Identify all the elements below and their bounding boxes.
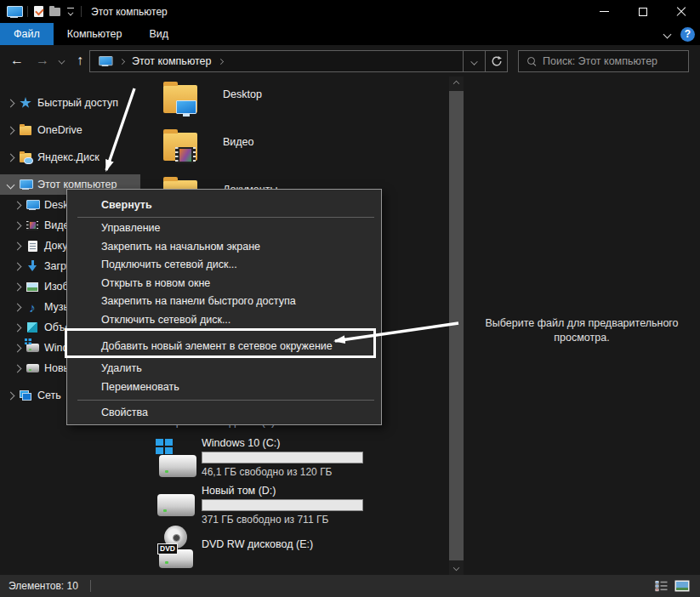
- window-title: Этот компьютер: [91, 6, 168, 18]
- annotation-highlight-box: [65, 328, 376, 358]
- refresh-icon: [491, 55, 503, 67]
- breadcrumb-item[interactable]: Этот компьютер: [132, 55, 211, 67]
- expander-chevron-icon[interactable]: [5, 100, 15, 106]
- minimize-icon: [600, 11, 609, 13]
- items-count-label: Элементов: 10: [0, 580, 78, 592]
- title-bar: Этот компьютер: [0, 0, 700, 23]
- drive-name: Новый том (D:): [202, 485, 276, 497]
- qat-properties-icon[interactable]: [34, 6, 43, 17]
- menu-item-delete[interactable]: Удалить: [67, 360, 381, 378]
- search-box[interactable]: [518, 50, 689, 72]
- expander-chevron-icon[interactable]: [12, 264, 22, 270]
- qat-new-folder-icon[interactable]: [49, 8, 60, 16]
- hdd-windows-icon: [159, 455, 196, 477]
- expander-chevron-icon[interactable]: [12, 345, 22, 351]
- capacity-bar: [202, 499, 363, 511]
- computer-icon: [19, 178, 32, 191]
- menu-item-properties[interactable]: Свойства: [67, 404, 381, 423]
- sidebar-item-quick-access[interactable]: Быстрый доступ: [0, 93, 140, 113]
- explorer-window: Этот компьютер Файл Компьютер Вид ? ← → …: [0, 0, 700, 597]
- drive-windows-icon: [26, 341, 39, 355]
- sidebar-item-onedrive[interactable]: OneDrive: [0, 120, 140, 140]
- picture-icon: [26, 280, 39, 293]
- expander-chevron-icon[interactable]: [12, 366, 22, 372]
- video-icon: [26, 219, 39, 232]
- app-icon: [7, 6, 21, 18]
- search-icon: [527, 57, 536, 65]
- thumbnail-view-button[interactable]: [674, 580, 690, 592]
- breadcrumb-chevron-icon[interactable]: [119, 59, 125, 65]
- expander-chevron-icon[interactable]: [5, 182, 15, 188]
- folder-icon: [19, 123, 32, 137]
- expander-chevron-icon[interactable]: [12, 202, 22, 208]
- menu-item-rename[interactable]: Переименовать: [67, 378, 381, 397]
- breadcrumb-chevron-icon[interactable]: [219, 59, 225, 65]
- windows-logo-icon: [156, 439, 173, 454]
- ribbon-tab-bar: Файл Компьютер Вид ?: [0, 23, 700, 45]
- minimize-button[interactable]: [585, 0, 623, 23]
- menu-separator: [77, 400, 374, 401]
- free-space-label: 46,1 ГБ свободно из 120 ГБ: [202, 466, 333, 478]
- expander-chevron-icon[interactable]: [5, 128, 15, 134]
- scroll-down-button[interactable]: [449, 560, 464, 575]
- tab-computer[interactable]: Компьютер: [54, 23, 136, 45]
- file-item-videos[interactable]: Видео: [162, 130, 417, 171]
- vertical-scrollbar[interactable]: [449, 77, 464, 575]
- menu-item-manage[interactable]: Управление: [67, 219, 381, 238]
- up-button[interactable]: ↑: [70, 49, 90, 71]
- menu-item-disconnect-network-drive[interactable]: Отключить сетевой диск...: [67, 311, 381, 330]
- quick-access-star-icon: [19, 96, 32, 110]
- cube-3d-icon: [26, 321, 39, 334]
- file-name: Desktop: [223, 88, 262, 100]
- drive-icon: [26, 361, 39, 375]
- capacity-bar: [202, 452, 363, 463]
- breadcrumb-computer-icon: [99, 56, 111, 66]
- help-button[interactable]: ?: [680, 27, 695, 42]
- expander-chevron-icon[interactable]: [12, 243, 22, 249]
- folder-video-icon: [162, 130, 199, 168]
- sidebar-item-label: OneDrive: [37, 124, 83, 136]
- file-name: Видео: [223, 136, 254, 148]
- expander-chevron-icon[interactable]: [5, 393, 15, 399]
- menu-item-collapse[interactable]: Свернуть: [67, 196, 381, 215]
- navigation-toolbar: ← → ↑ Этот компьютер: [0, 45, 700, 77]
- expander-chevron-icon[interactable]: [12, 284, 22, 290]
- recent-locations-chevron-icon[interactable]: [54, 49, 68, 71]
- expander-chevron-icon[interactable]: [12, 325, 22, 331]
- close-button[interactable]: [662, 0, 700, 23]
- folder-cloud-icon: [19, 151, 32, 164]
- music-note-icon: ♪: [26, 300, 39, 314]
- free-space-label: 371 ГБ свободно из 711 ГБ: [202, 514, 328, 526]
- menu-item-pin-to-quick-access[interactable]: Закрепить на панели быстрого доступа: [67, 293, 381, 311]
- maximize-icon: [639, 8, 647, 16]
- menu-item-open-in-new-window[interactable]: Открыть в новом окне: [67, 275, 381, 293]
- forward-button[interactable]: →: [32, 49, 53, 71]
- back-button[interactable]: ←: [7, 49, 27, 71]
- network-icon: [19, 389, 32, 402]
- address-history-chevron-icon[interactable]: [463, 51, 485, 71]
- context-menu: Свернуть Управление Закрепить на начальн…: [66, 189, 382, 425]
- tab-view[interactable]: Вид: [135, 23, 182, 45]
- search-input[interactable]: [543, 55, 688, 67]
- menu-item-map-network-drive[interactable]: Подключить сетевой диск...: [67, 256, 381, 275]
- tab-file[interactable]: Файл: [0, 23, 54, 45]
- sidebar-item-label: Быстрый доступ: [37, 97, 118, 109]
- expander-chevron-icon[interactable]: [5, 155, 15, 161]
- scroll-up-button[interactable]: [449, 77, 464, 91]
- qat-customize-chevron-icon[interactable]: [66, 8, 75, 16]
- details-view-button[interactable]: [655, 580, 668, 592]
- expander-chevron-icon[interactable]: [12, 223, 22, 229]
- expander-chevron-icon[interactable]: [12, 304, 22, 310]
- ribbon-expand-chevron-icon[interactable]: [663, 30, 672, 38]
- close-icon: [676, 7, 686, 17]
- file-item-desktop[interactable]: Desktop: [162, 82, 417, 123]
- divider: [27, 6, 28, 17]
- sidebar-item-yandex-disk[interactable]: Яндекс.Диск: [0, 147, 140, 168]
- address-bar[interactable]: Этот компьютер: [89, 50, 508, 72]
- hdd-icon: [157, 494, 195, 516]
- menu-item-pin-to-start[interactable]: Закрепить на начальном экране: [67, 238, 381, 257]
- maximize-button[interactable]: [623, 0, 662, 23]
- refresh-button[interactable]: [485, 51, 507, 71]
- scrollbar-thumb[interactable]: [449, 91, 464, 560]
- preview-placeholder-text: Выберите файл для предварительного просм…: [476, 316, 687, 345]
